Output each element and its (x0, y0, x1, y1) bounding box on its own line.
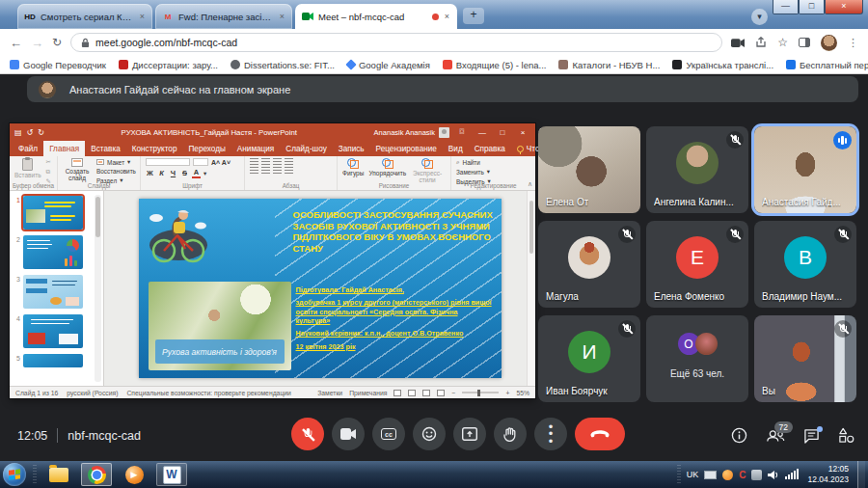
bookmark-translator[interactable]: Бесплатный перев... (786, 60, 868, 70)
slide-canvas[interactable]: ОСОБЛИВОСТІ ЗАСТОСУВАННЯ СУЧАСНИХ ЗАСОБІ… (104, 191, 535, 386)
tab-meet[interactable]: Meet – nbf-mcqc-cad × (295, 4, 457, 29)
media-player-taskbar-icon[interactable]: ▶ (119, 463, 149, 486)
keyboard-layout-icon[interactable] (704, 471, 717, 479)
bookmark-star-icon[interactable]: ☆ (777, 36, 788, 49)
ppt-ribbon-options-icon[interactable]: ⌼ (454, 127, 470, 137)
zoom-level[interactable]: 55% (516, 390, 529, 396)
ppt-tab-file[interactable]: Файл (13, 141, 43, 156)
minimize-button[interactable]: — (773, 0, 799, 14)
current-slide[interactable]: ОСОБЛИВОСТІ ЗАСТОСУВАННЯ СУЧАСНИХ ЗАСОБІ… (139, 199, 502, 378)
ppt-tab-insert[interactable]: Вставка (85, 141, 125, 156)
clipboard-small-buttons[interactable]: ✂⧉✎ (46, 158, 51, 185)
volume-icon[interactable] (768, 470, 779, 480)
participant-tile-you[interactable]: Вы (754, 315, 856, 402)
replace-button[interactable]: Заменить ▾ (456, 168, 491, 176)
tray-utility-icon[interactable] (751, 470, 762, 480)
ppt-close-button[interactable]: × (515, 128, 530, 137)
people-button[interactable]: 72 (766, 429, 785, 443)
zoom-out-icon[interactable]: − (451, 390, 455, 396)
tab-close-icon[interactable]: × (444, 12, 450, 21)
more-options-button[interactable]: ••• (534, 418, 567, 450)
participant-tile-anastasia[interactable]: Анастасия Гайд... (754, 126, 856, 213)
accessibility-status[interactable]: Специальные возможности: проверьте реком… (126, 390, 290, 396)
profile-avatar[interactable] (821, 35, 837, 51)
bookmark-catalogs[interactable]: Каталоги - НБУВ Н... (558, 60, 660, 70)
new-tab-button[interactable]: + (463, 8, 484, 24)
participant-tile-elena-ot[interactable]: Елена От (538, 126, 640, 213)
tray-app-icon[interactable]: C (739, 470, 746, 480)
bookmark-scholar[interactable]: Google Академія (347, 60, 430, 70)
side-panel-icon[interactable] (799, 38, 810, 47)
end-call-button[interactable] (575, 418, 625, 450)
chrome-taskbar-icon[interactable] (81, 463, 112, 486)
antivirus-tray-icon[interactable] (722, 470, 733, 480)
reactions-button[interactable] (413, 418, 446, 450)
activities-button[interactable] (838, 427, 854, 444)
font-format-buttons[interactable]: Ж К Ч S А ▾ (146, 168, 231, 178)
layout-button[interactable]: Макет ▾ (96, 158, 136, 166)
show-desktop-button[interactable] (857, 461, 865, 488)
ppt-account[interactable]: Ananasik Ananasik (374, 127, 449, 138)
collapse-ribbon-icon[interactable]: ∧ (528, 180, 532, 188)
present-screen-button[interactable] (453, 418, 486, 450)
start-button[interactable] (3, 463, 26, 486)
ppt-tab-transitions[interactable]: Переходы (182, 141, 231, 156)
bookmark-dissertations-se[interactable]: Dissertations.se: FIT... (231, 60, 335, 70)
tab-close-icon[interactable]: × (139, 12, 146, 21)
slide-thumbnails-panel[interactable]: 1 2 (10, 191, 104, 386)
browser-menu-icon[interactable]: ⋮ (848, 37, 858, 49)
slide-scrollbar[interactable] (527, 191, 535, 386)
tab-serial[interactable]: HD Смотреть сериал Как избежать × (17, 4, 152, 29)
language-status[interactable]: русский (Россия) (67, 390, 118, 396)
ppt-tab-design[interactable]: Конструктор (126, 141, 183, 156)
ppt-tab-view[interactable]: Вид (443, 141, 469, 156)
tab-close-icon[interactable]: × (279, 12, 285, 21)
taskbar-clock[interactable]: 12:05 12.04.2023 (807, 464, 849, 485)
paste-button[interactable]: Вставить (14, 158, 41, 178)
close-button[interactable]: × (825, 0, 863, 14)
normal-view-icon[interactable] (393, 390, 401, 396)
thumbnail-3[interactable]: 3 (13, 275, 92, 309)
undo-icon[interactable]: ↺ (27, 128, 34, 137)
explorer-taskbar-icon[interactable] (43, 463, 74, 486)
find-button[interactable]: ⌕ Найти (456, 158, 491, 166)
thumbnail-5[interactable]: 5 (13, 354, 92, 367)
participant-tile-magula[interactable]: Магула (538, 221, 640, 308)
bookmark-inbox[interactable]: Входящие (5) - lena... (443, 60, 547, 70)
camera-in-use-icon[interactable] (731, 38, 745, 48)
ppt-tab-record[interactable]: Запись (333, 141, 370, 156)
network-icon[interactable] (785, 470, 799, 479)
bookmark-translate[interactable]: Google Переводчик (10, 60, 106, 70)
shapes-button[interactable]: Фигуры (342, 158, 364, 176)
arrange-button[interactable]: Упорядочить (368, 158, 406, 176)
save-icon[interactable]: ▤ (14, 128, 22, 137)
ppt-maximize-button[interactable]: □ (495, 128, 510, 137)
list-buttons[interactable] (250, 158, 293, 165)
tab-gmail[interactable]: M Fwd: Пленарне засідання Всеук × (155, 4, 292, 29)
slide-sorter-icon[interactable] (408, 390, 416, 396)
tab-search-chevron-icon[interactable]: ▾ (751, 9, 768, 25)
font-controls[interactable]: A˄ A˅ (146, 158, 231, 166)
share-icon[interactable] (755, 37, 767, 48)
ppt-tab-review[interactable]: Рецензирование (370, 141, 443, 156)
redo-icon[interactable]: ↻ (38, 128, 44, 137)
thumbnail-4[interactable]: 4 (13, 314, 92, 348)
slideshow-icon[interactable] (437, 390, 445, 396)
zoom-in-icon[interactable]: + (505, 390, 509, 396)
bookmark-dissertations-ru[interactable]: Диссертации: зару... (119, 60, 218, 70)
captions-button[interactable]: cc (372, 418, 405, 450)
quick-styles-button[interactable]: Экспресс-стили (411, 158, 444, 183)
back-icon[interactable]: ← (10, 37, 22, 49)
participant-tile-angelina[interactable]: Ангелина Калин... (646, 126, 748, 213)
thumbnail-1[interactable]: 1 (13, 196, 92, 230)
notes-toggle[interactable]: Заметки (317, 390, 342, 396)
bookmark-transliteration[interactable]: Українська транслі... (672, 60, 773, 70)
maximize-button[interactable]: □ (799, 0, 825, 14)
participant-tile-overflow[interactable]: О Ещё 63 чел. (646, 315, 748, 402)
forward-icon[interactable]: → (31, 37, 43, 49)
participant-tile-vladimir[interactable]: В Владимир Наум... (754, 221, 856, 308)
camera-toggle-button[interactable] (332, 418, 365, 450)
ppt-minimize-button[interactable]: — (475, 128, 490, 137)
reset-button[interactable]: Восстановить (96, 168, 136, 175)
powerpoint-window[interactable]: ▤ ↺ ↻ РУХОВА АКТИВНІСТЬ_Гайдай Настя - P… (10, 123, 535, 398)
